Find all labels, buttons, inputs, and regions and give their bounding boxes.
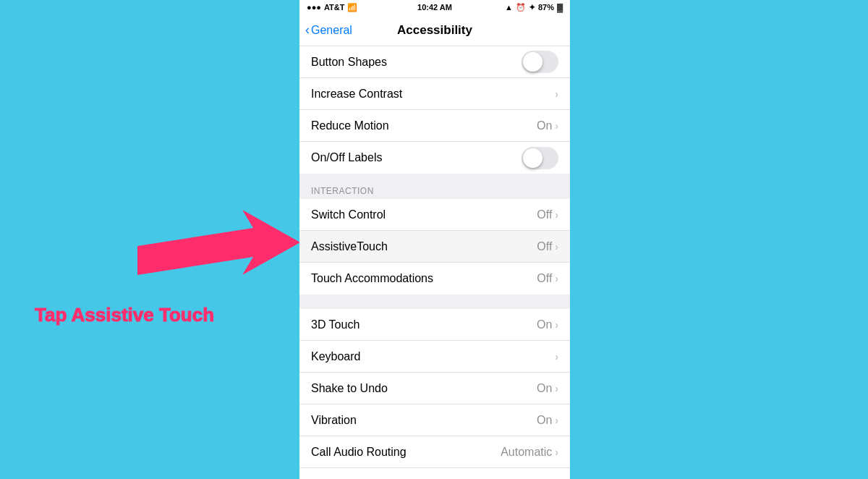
page-title: Accessibility bbox=[397, 23, 472, 38]
3d-touch-chevron-icon: › bbox=[555, 319, 558, 331]
home-button-row[interactable]: Home Button Default › bbox=[299, 468, 570, 479]
keyboard-chevron-icon: › bbox=[555, 351, 558, 363]
touch-accommodations-chevron-icon: › bbox=[555, 273, 558, 284]
shake-to-undo-value: On bbox=[537, 382, 552, 395]
assistive-touch-value: Off bbox=[537, 240, 552, 253]
increase-contrast-chevron-icon: › bbox=[555, 88, 558, 100]
assistive-touch-row[interactable]: AssistiveTouch Off › bbox=[299, 231, 570, 263]
status-bar-time: 10:42 AM bbox=[417, 3, 452, 12]
status-bar: ●●● AT&T 📶 10:42 AM ▲ ⏰ ✦ 87% ▓ bbox=[299, 0, 570, 14]
reduce-motion-chevron-icon: › bbox=[555, 120, 558, 132]
back-chevron-icon: ‹ bbox=[305, 22, 310, 38]
touch-accommodations-row[interactable]: Touch Accommodations Off › bbox=[299, 263, 570, 294]
battery-icon: ▓ bbox=[557, 3, 563, 12]
vision-group: Button Shapes Increase Contrast › Reduce… bbox=[299, 46, 570, 174]
wifi-icon: 📶 bbox=[347, 3, 357, 12]
touch-accommodations-value: Off bbox=[537, 272, 552, 285]
bluetooth-icon: ✦ bbox=[529, 3, 535, 12]
carrier: AT&T bbox=[324, 3, 345, 12]
shake-to-undo-label: Shake to Undo bbox=[311, 382, 537, 395]
onoff-labels-toggle[interactable] bbox=[522, 147, 558, 169]
status-bar-left: ●●● AT&T 📶 bbox=[307, 3, 357, 12]
interaction-section-title: INTERACTION bbox=[311, 186, 374, 196]
svg-marker-1 bbox=[137, 210, 300, 275]
reduce-motion-label: Reduce Motion bbox=[311, 119, 537, 132]
3d-touch-value: On bbox=[537, 318, 552, 331]
vibration-chevron-icon: › bbox=[555, 415, 558, 426]
location-icon: ▲ bbox=[505, 3, 513, 12]
button-shapes-row[interactable]: Button Shapes bbox=[299, 46, 570, 78]
call-audio-routing-value: Automatic bbox=[501, 446, 552, 459]
reduce-motion-value: On bbox=[537, 119, 552, 132]
keyboard-label: Keyboard bbox=[311, 350, 555, 363]
alarm-icon: ⏰ bbox=[516, 3, 526, 12]
battery-percent: 87% bbox=[538, 3, 554, 12]
call-audio-routing-label: Call Audio Routing bbox=[311, 446, 501, 459]
nav-bar: ‹ General Accessibility bbox=[299, 14, 570, 46]
onoff-toggle-thumb bbox=[523, 148, 542, 168]
onoff-labels-row[interactable]: On/Off Labels bbox=[299, 142, 570, 174]
button-shapes-toggle[interactable] bbox=[522, 51, 558, 73]
interaction-group: Switch Control Off › AssistiveTouch Off … bbox=[299, 199, 570, 294]
tap-assistive-touch-label: Tap Assistive Touch bbox=[35, 304, 214, 326]
button-shapes-label: Button Shapes bbox=[311, 56, 522, 69]
signal-dots: ●●● bbox=[307, 3, 321, 12]
assistive-touch-label: AssistiveTouch bbox=[311, 240, 537, 253]
shake-to-undo-chevron-icon: › bbox=[555, 383, 558, 394]
phone-frame: ●●● AT&T 📶 10:42 AM ▲ ⏰ ✦ 87% ▓ ‹ Genera… bbox=[299, 0, 570, 479]
vibration-label: Vibration bbox=[311, 414, 537, 427]
back-button[interactable]: ‹ General bbox=[305, 22, 352, 38]
call-audio-routing-row[interactable]: Call Audio Routing Automatic › bbox=[299, 436, 570, 468]
increase-contrast-label: Increase Contrast bbox=[311, 88, 555, 101]
reduce-motion-row[interactable]: Reduce Motion On › bbox=[299, 110, 570, 142]
3d-touch-row[interactable]: 3D Touch On › bbox=[299, 309, 570, 341]
vibration-value: On bbox=[537, 414, 552, 427]
assistive-touch-chevron-icon: › bbox=[555, 241, 558, 253]
toggle-thumb bbox=[523, 52, 542, 72]
arrow-indicator bbox=[130, 203, 304, 282]
touch-accommodations-label: Touch Accommodations bbox=[311, 272, 537, 285]
vibration-row[interactable]: Vibration On › bbox=[299, 404, 570, 436]
switch-control-row[interactable]: Switch Control Off › bbox=[299, 199, 570, 231]
physical-group: 3D Touch On › Keyboard › Shake to Undo O… bbox=[299, 309, 570, 479]
keyboard-row[interactable]: Keyboard › bbox=[299, 341, 570, 373]
3d-touch-label: 3D Touch bbox=[311, 318, 537, 331]
call-audio-routing-chevron-icon: › bbox=[555, 446, 558, 458]
settings-content: Button Shapes Increase Contrast › Reduce… bbox=[299, 46, 570, 479]
shake-to-undo-row[interactable]: Shake to Undo On › bbox=[299, 373, 570, 404]
switch-control-label: Switch Control bbox=[311, 208, 537, 221]
increase-contrast-row[interactable]: Increase Contrast › bbox=[299, 78, 570, 110]
interaction-section-header: INTERACTION bbox=[299, 174, 570, 199]
back-label[interactable]: General bbox=[311, 24, 352, 37]
switch-control-value: Off bbox=[537, 208, 552, 221]
onoff-labels-label: On/Off Labels bbox=[311, 151, 522, 164]
physical-section-separator bbox=[299, 294, 570, 309]
status-bar-right: ▲ ⏰ ✦ 87% ▓ bbox=[505, 3, 563, 12]
switch-control-chevron-icon: › bbox=[555, 209, 558, 221]
